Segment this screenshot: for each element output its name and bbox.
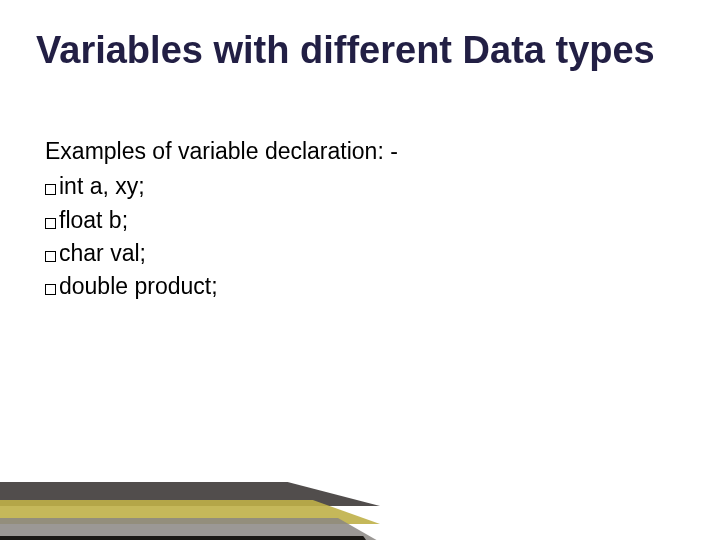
keyword: char (59, 240, 104, 266)
bullet-icon (45, 284, 56, 295)
keyword: float (59, 207, 102, 233)
bullet-icon (45, 218, 56, 229)
bullet-line: double product; (45, 270, 685, 303)
stripe (0, 482, 380, 506)
code-rest: b; (102, 207, 128, 233)
slide-body: Examples of variable declaration: - int … (45, 135, 685, 304)
stripe (0, 518, 380, 540)
decorative-stripes (0, 440, 380, 540)
keyword: double (59, 273, 128, 299)
slide-title: Variables with different Data types (36, 30, 684, 72)
stripe (0, 536, 380, 540)
bullet-line: char val; (45, 237, 685, 270)
code-rest: product; (128, 273, 218, 299)
bullet-icon (45, 251, 56, 262)
bullet-icon (45, 184, 56, 195)
stripe (0, 500, 380, 524)
bullet-line: float b; (45, 204, 685, 237)
bullet-line: int a, xy; (45, 170, 685, 203)
code-rest: val; (104, 240, 146, 266)
keyword: int (59, 173, 83, 199)
intro-text: Examples of variable declaration: - (45, 135, 685, 168)
code-rest: a, xy; (83, 173, 144, 199)
